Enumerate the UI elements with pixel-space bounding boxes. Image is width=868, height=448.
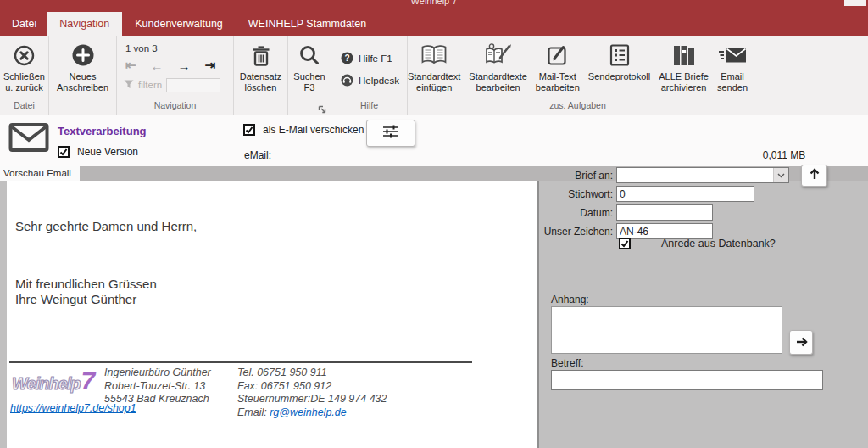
- email-size-text: 0,011 MB: [746, 149, 822, 161]
- record-position: 1 von 3: [125, 43, 228, 53]
- anhang-listbox[interactable]: [551, 306, 782, 354]
- edit-mail-text-button[interactable]: Mail-Text bearbeiten: [533, 40, 582, 94]
- last-record-icon[interactable]: ⇥: [205, 58, 216, 73]
- stichwort-input[interactable]: [616, 186, 754, 202]
- unser-zeichen-label: Unser Zeichen:: [509, 226, 613, 238]
- settings-button[interactable]: [366, 120, 415, 147]
- arrow-right-icon: [795, 335, 808, 350]
- group-label-navigation: Navigation: [117, 99, 233, 115]
- form-header: Textverarbeitung Neue Version als E-Mail…: [0, 115, 868, 166]
- footer-company-address: Ingenieurbüro Günther Robert-Touzet-Str.…: [104, 367, 211, 406]
- record-navigation: ⇤ ← → ⇥: [125, 58, 228, 73]
- close-circle-icon: [13, 41, 36, 70]
- ribbon-group-new: Neues Anschreiben: [49, 36, 117, 115]
- chevron-down-icon[interactable]: [773, 168, 788, 182]
- search-icon: [298, 41, 320, 70]
- new-version-checkbox[interactable]: [58, 146, 70, 158]
- sliders-icon: [381, 124, 400, 143]
- attach-button[interactable]: [789, 330, 813, 355]
- dialog-launcher-icon[interactable]: [318, 103, 328, 113]
- next-record-icon[interactable]: →: [178, 59, 191, 73]
- letter-closing: Mit freundlichen Grüssen Ihre Weingut Gü…: [15, 277, 157, 307]
- tab-kundenverwaltung[interactable]: Kundenverwaltung: [122, 12, 236, 36]
- anrede-checkbox[interactable]: [619, 238, 631, 249]
- delete-button-label-1: Datensatz: [240, 71, 282, 82]
- website-link[interactable]: https://weinhelp7.de/shop1: [10, 402, 136, 414]
- application-window: Weinhelp 7 Datei Navigation Kundenverwal…: [0, 0, 868, 448]
- contact-phone: Tel. 06751 950 911: [237, 367, 387, 380]
- new-button-label-2: Anschreiben: [57, 82, 108, 93]
- contact-fax: Fax: 06751 950 912: [237, 380, 387, 394]
- group-label-empty: [49, 99, 116, 115]
- archive-all-letters-label-2: archivieren: [661, 82, 707, 93]
- ribbon-group-navigation: 1 von 3 ⇤ ← → ⇥ filtern Navigation: [117, 36, 234, 115]
- brief-an-combobox[interactable]: [616, 167, 789, 183]
- arrow-up-icon: [810, 168, 820, 184]
- edit-standard-texts-button[interactable]: Standardtexte bearbeiten: [466, 40, 530, 94]
- group-label-hilfe: Hilfe: [331, 99, 407, 115]
- close-and-back-button[interactable]: Schließen u. zurück: [1, 40, 47, 94]
- trash-icon: [251, 41, 271, 70]
- edit-box-icon: [547, 41, 569, 70]
- stichwort-label: Stichwort:: [509, 188, 613, 200]
- send-protocol-button[interactable]: Sendeprotokoll: [586, 40, 653, 83]
- help-button[interactable]: ? Hilfe F1: [339, 50, 394, 68]
- new-version-label: Neue Version: [77, 146, 138, 158]
- letter-closing-line-2: Ihre Weingut Günther: [15, 292, 157, 307]
- close-button-label-2: u. zurück: [5, 82, 43, 93]
- letter-preview[interactable]: Sehr geehrte Damen und Herrn, Mit freund…: [7, 181, 539, 448]
- first-record-icon[interactable]: ⇤: [125, 58, 136, 73]
- footer-contact-info: Tel. 06751 950 911 Fax: 06751 950 912 St…: [237, 367, 387, 419]
- contact-email-link[interactable]: rg@weinhelp.de: [270, 406, 347, 418]
- brief-an-label: Brief an:: [509, 170, 613, 182]
- help-icon: ?: [341, 52, 353, 66]
- send-as-email-checkbox[interactable]: [243, 124, 255, 136]
- tab-vorschau-email[interactable]: Vorschau Email: [0, 166, 80, 181]
- contact-email-prefix: Email:: [237, 406, 270, 418]
- datum-input[interactable]: [616, 204, 713, 221]
- svg-text:?: ?: [344, 53, 349, 63]
- edit-standard-texts-label-1: Standardtexte: [469, 71, 527, 82]
- move-up-button[interactable]: [801, 165, 827, 187]
- ribbon-group-delete: Datensatz löschen: [234, 36, 288, 115]
- delete-record-button[interactable]: Datensatz löschen: [237, 40, 285, 94]
- archive-all-letters-button[interactable]: ALLE Briefe archivieren: [656, 40, 711, 94]
- letter-salutation: Sehr geehrte Damen und Herrn,: [15, 219, 197, 233]
- tab-navigation[interactable]: Navigation: [47, 12, 122, 36]
- ribbon-tab-bar: Datei Navigation Kundenverwaltung WEINHE…: [0, 12, 868, 36]
- edit-mail-text-label-1: Mail-Text: [539, 71, 576, 82]
- window-title: Weinhelp 7: [0, 0, 868, 6]
- book-pen-icon: [484, 41, 513, 70]
- company-name: Ingenieurbüro Günther: [104, 367, 211, 380]
- send-as-email-label: als E-Mail verschicken: [263, 124, 364, 136]
- previous-record-icon[interactable]: ←: [151, 59, 164, 73]
- send-email-icon: [717, 41, 748, 70]
- new-letter-button[interactable]: Neues Anschreiben: [54, 40, 111, 94]
- insert-standard-text-button[interactable]: Standardtext einfügen: [405, 40, 463, 94]
- filter-input[interactable]: [166, 78, 220, 92]
- search-button-label-2: F3: [304, 82, 315, 93]
- new-button-label-1: Neues: [70, 71, 97, 82]
- helpdesk-button[interactable]: Helpdesk: [339, 72, 401, 90]
- send-email-button[interactable]: Email senden: [715, 40, 750, 94]
- help-button-label: Hilfe F1: [359, 53, 392, 64]
- send-protocol-label: Sendeprotokoll: [588, 71, 650, 82]
- archive-all-letters-label-1: ALLE Briefe: [659, 71, 709, 82]
- group-label-tasks: zus. Aufgaben: [408, 99, 748, 115]
- search-button[interactable]: Suchen F3: [291, 40, 327, 94]
- tab-datei[interactable]: Datei: [2, 12, 47, 36]
- betreff-input[interactable]: [551, 370, 823, 390]
- filter-label: filtern: [138, 80, 162, 90]
- window-control[interactable]: [844, 0, 866, 6]
- edit-mail-text-label-2: bearbeiten: [536, 82, 580, 93]
- tab-weinhelp-stammdaten[interactable]: WEINHELP Stammdaten: [236, 12, 379, 36]
- close-button-label-1: Schließen: [3, 71, 45, 82]
- anrede-label: Anrede aus Datenbank?: [661, 238, 776, 249]
- letter-closing-line-1: Mit freundlichen Grüssen: [15, 277, 157, 292]
- books-icon: [671, 41, 697, 70]
- envelope-icon: [8, 122, 49, 156]
- filter-funnel-icon[interactable]: [124, 77, 134, 92]
- anhang-label: Anhang:: [551, 294, 589, 305]
- ribbon-group-search: Suchen F3: [288, 36, 331, 115]
- search-button-label-1: Suchen: [293, 71, 325, 82]
